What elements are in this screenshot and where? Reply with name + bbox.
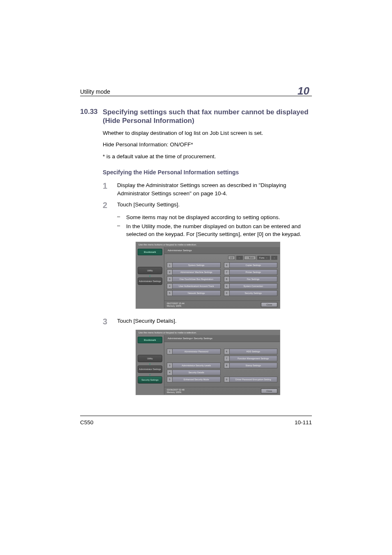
menu-item[interactable]: 7Printer Settings [224, 269, 278, 275]
close-button[interactable]: Close [261, 388, 277, 393]
sidebar-item-utility[interactable]: Utility [138, 267, 162, 274]
sidebar-item-security-settings[interactable]: Security Settings [138, 376, 162, 384]
menu-item[interactable]: 1Administrator Password [167, 349, 221, 354]
security-settings-screenshot: Use the menu buttons or keypad to make a… [136, 330, 280, 395]
pager: 1/2 ← ← Back Forw. → → [164, 254, 280, 261]
menu-item[interactable]: 1System Settings [167, 262, 221, 268]
status-text: 09/27/2007 15:44 Memory 100% [167, 302, 184, 307]
chapter-number: 10 [297, 85, 312, 97]
menu-item[interactable]: 0Driver Password Encryption Setting [224, 377, 278, 382]
bullet: – Some items may not be displayed accord… [117, 213, 312, 222]
menu-item[interactable]: 0Security Settings [224, 290, 278, 296]
step-number: 3 [103, 317, 117, 326]
forward-button[interactable]: Forw. → [257, 256, 270, 260]
menu-item[interactable]: 5Network Settings [167, 290, 221, 296]
chevron-down-icon: ▾ [138, 363, 162, 365]
bookmark-button[interactable]: Bookmark [138, 249, 162, 255]
status-text: 03/06/2007 02:48 Memory 100% [167, 388, 184, 393]
admin-settings-screenshot: Use the menu buttons or keypad to make a… [136, 242, 280, 309]
section-heading: 10.33 Specifying settings such that fax … [80, 108, 312, 125]
menu-item[interactable]: 9System Connection [224, 283, 278, 289]
section-title: Specifying settings such that fax number… [103, 108, 312, 125]
step-text: Touch [Security Details]. [117, 317, 312, 326]
page-footer: C550 10-111 [80, 416, 312, 426]
page-header: Utility mode 10 [80, 82, 312, 96]
sidebar-item-admin-settings[interactable]: Administrator Settings [138, 365, 162, 373]
breadcrumb: Administrator Settings> Security Setting… [164, 335, 280, 342]
step-number: 1 [103, 181, 117, 197]
close-button[interactable]: Close [261, 302, 277, 307]
sidebar-item-admin-settings[interactable]: Administrator Settings [138, 278, 162, 285]
sidebar-item-utility[interactable]: Utility [138, 355, 162, 362]
dash-icon: – [117, 213, 126, 222]
menu-item[interactable]: 8Fax Settings [224, 276, 278, 282]
screen-instruction: Use the menu buttons or keypad to make a… [136, 242, 280, 247]
menu-item[interactable]: 4Security Details [167, 370, 221, 375]
menu-item[interactable]: 8Stamp Settings [224, 363, 278, 368]
bullet: – In the Utility mode, the number displa… [117, 222, 312, 238]
header-title: Utility mode [80, 88, 110, 95]
menu-item[interactable]: 5Enhanced Security Mode [167, 377, 221, 382]
arrow-right-icon[interactable]: → [271, 256, 278, 260]
paragraph: Hide Personal Information: ON/OFF* [103, 141, 312, 149]
page-number: 10-111 [295, 419, 312, 426]
menu-item[interactable]: 7Function Management Settings [224, 356, 278, 361]
menu-item[interactable]: 6Copier Settings [224, 262, 278, 268]
page-indicator: 1/2 [228, 256, 235, 260]
screen-instruction: Use the menu buttons or keypad to make a… [136, 330, 280, 335]
step-2: 2 Touch [Security Settings]. [80, 201, 312, 210]
model-label: C550 [80, 419, 93, 426]
menu-item[interactable]: 4User Authentication/ Account Track [167, 283, 221, 289]
step-number: 2 [103, 201, 117, 210]
section-number: 10.33 [80, 108, 103, 125]
chevron-down-icon: ▾ [138, 275, 162, 277]
sub-heading: Specifying the Hide Personal Information… [103, 169, 312, 176]
dash-icon: – [117, 222, 126, 238]
menu-item[interactable]: 3Administrator Security Levels [167, 363, 221, 368]
menu-item[interactable]: 2Administrator/ Machine Settings [167, 269, 221, 275]
step-text: Display the Administrator Settings scree… [117, 181, 312, 197]
bullet-text: In the Utility mode, the number displaye… [126, 222, 312, 238]
bookmark-button[interactable]: Bookmark [138, 337, 162, 343]
menu-item[interactable]: 6HDD Settings [224, 349, 278, 354]
breadcrumb: Administrator Settings [164, 247, 280, 254]
paragraph: Whether to display destination of log li… [103, 130, 312, 137]
bullet-text: Some items may not be displayed accordin… [126, 213, 312, 222]
back-button[interactable]: ← Back [244, 256, 256, 260]
chevron-down-icon: ▾ [138, 374, 162, 376]
step-text: Touch [Security Settings]. [117, 201, 312, 210]
step-3: 3 Touch [Security Details]. [80, 317, 312, 326]
arrow-left-icon[interactable]: ← [236, 256, 243, 260]
menu-item[interactable]: 3One-Touch/User Box Registration [167, 276, 221, 282]
paragraph: * is a default value at the time of proc… [103, 153, 312, 161]
step-1: 1 Display the Administrator Settings scr… [80, 181, 312, 197]
